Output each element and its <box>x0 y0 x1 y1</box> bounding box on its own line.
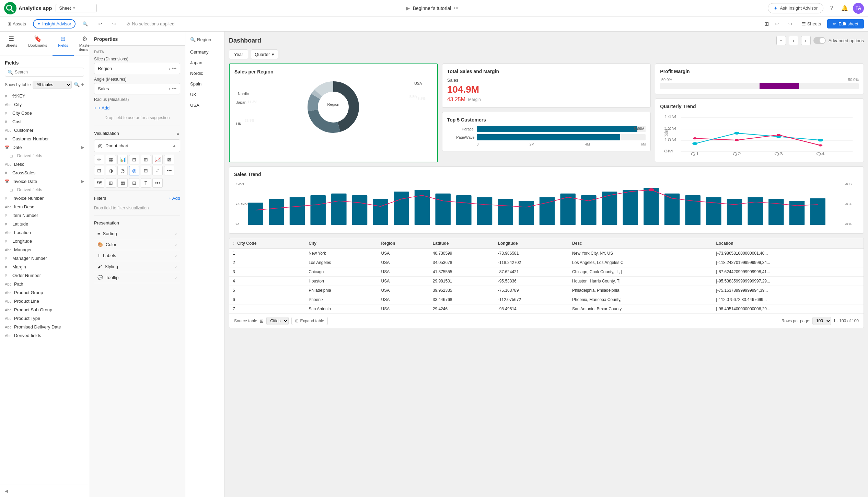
advanced-options-switch[interactable] <box>813 37 826 44</box>
viz-histogram-icon[interactable]: ▦ <box>117 178 128 188</box>
field-customer-number[interactable]: #Customer Number <box>0 135 89 143</box>
field-city-code[interactable]: #City Code <box>0 109 89 117</box>
field-invoice-number[interactable]: #Invoice Number <box>0 194 89 203</box>
field-item-desc[interactable]: AbcItem Desc <box>0 203 89 211</box>
viz-more-icon[interactable]: ••• <box>164 166 174 175</box>
field-manager-number[interactable]: #Manager Number <box>0 254 89 263</box>
field-invoice-date-derived[interactable]: ▢Derived fields <box>0 186 89 194</box>
slice-field-more-icon[interactable]: ••• <box>172 66 176 71</box>
field-product-line[interactable]: AbcProduct Line <box>0 297 89 305</box>
expand-table-btn[interactable]: ⊞ Expand table <box>291 317 328 325</box>
viz-map-icon[interactable]: 🗺 <box>94 178 104 188</box>
field-latitude[interactable]: #Latitude <box>0 220 89 228</box>
insight-advisor-btn[interactable]: ✦ Insight Advisor <box>33 19 76 28</box>
viz-gauge-icon[interactable]: ◑ <box>106 166 116 175</box>
smart-search-btn[interactable]: 🔍 <box>79 20 91 28</box>
table-scroll-container[interactable]: ↕ City Code City Region Latitude Longitu… <box>229 238 864 314</box>
field-longitude[interactable]: #Longitude <box>0 237 89 245</box>
field-cost[interactable]: #Cost <box>0 117 89 126</box>
col-header-longitude[interactable]: Longitude <box>495 238 569 249</box>
field-product-group[interactable]: AbcProduct Group <box>0 288 89 297</box>
viz-pencil-icon[interactable]: ✏ <box>94 155 104 164</box>
viz-pie-icon[interactable]: ◔ <box>117 166 128 175</box>
pres-labels[interactable]: T Labels › <box>94 250 180 261</box>
field-location[interactable]: AbcLocation <box>0 228 89 237</box>
fields-search-input[interactable] <box>5 68 84 77</box>
tutorial-more-icon[interactable]: ••• <box>454 5 459 11</box>
field-margin[interactable]: #Margin <box>0 263 89 271</box>
viz-combo-icon[interactable]: ⊟ <box>129 155 139 164</box>
viz-pivot-icon[interactable]: # <box>152 166 163 175</box>
col-header-city-code[interactable]: ↕ City Code <box>229 238 305 249</box>
region-japan[interactable]: Japan <box>185 57 224 68</box>
field-item-number[interactable]: #Item Number <box>0 211 89 220</box>
viz-collapse-icon[interactable]: ▲ <box>176 131 180 136</box>
sheets-tab[interactable]: ☰ Sheets <box>0 32 23 56</box>
bookmarks-tab[interactable]: 🔖 Bookmarks <box>23 32 53 56</box>
viz-text-icon[interactable]: T <box>141 178 151 188</box>
col-header-latitude[interactable]: Latitude <box>429 238 495 249</box>
source-table-select[interactable]: Cities <box>266 317 289 325</box>
viz-table-icon[interactable]: ⊟ <box>141 166 151 175</box>
edit-sheet-btn[interactable]: ✏ Edit sheet <box>827 19 864 28</box>
next-chart-btn[interactable]: › <box>801 36 811 45</box>
viz-treemap-icon[interactable]: ⊞ <box>106 178 116 188</box>
field-customer[interactable]: AbcCustomer <box>0 126 89 135</box>
field-product-sub-group[interactable]: AbcProduct Sub Group <box>0 305 89 314</box>
sheet-selector[interactable]: Sheet ▾ <box>56 4 97 12</box>
viz-scatter-icon[interactable]: ⊞ <box>141 155 151 164</box>
user-avatar[interactable]: TA <box>853 3 864 14</box>
add-chart-btn[interactable]: + <box>776 36 786 45</box>
field-order-number[interactable]: #Order Number <box>0 271 89 280</box>
field-date-derived[interactable]: ▢Derived fields <box>0 152 89 160</box>
field-product-type[interactable]: AbcProduct Type <box>0 314 89 323</box>
viz-extra-more-icon[interactable]: ••• <box>152 178 163 188</box>
help-icon[interactable]: ? <box>827 3 836 13</box>
viz-bar-chart-icon[interactable]: ▦ <box>106 155 116 164</box>
field-promised-delivery-date[interactable]: AbcPromised Delivery Date <box>0 323 89 331</box>
col-header-city[interactable]: City <box>305 238 378 249</box>
field-path[interactable]: AbcPath <box>0 280 89 288</box>
prev-chart-btn[interactable]: ‹ <box>789 36 798 45</box>
pres-sorting[interactable]: ≡ Sorting › <box>94 228 180 239</box>
region-usa[interactable]: USA <box>185 100 224 111</box>
rows-per-page-select[interactable]: 100 50 25 <box>812 317 831 325</box>
col-header-location[interactable]: Location <box>713 238 864 249</box>
filters-add-btn[interactable]: + Add <box>169 196 180 201</box>
redo-btn[interactable]: ↪ <box>109 20 119 28</box>
field-manager[interactable]: AbcManager <box>0 245 89 254</box>
col-header-region[interactable]: Region <box>378 238 429 249</box>
angle-field-row[interactable]: Sales › ••• <box>94 83 180 94</box>
undo-btn[interactable]: ↩ <box>95 20 105 28</box>
angle-field-expand-icon[interactable]: › <box>169 86 170 91</box>
radius-add-btn[interactable]: + + Add <box>94 103 180 113</box>
viz-kpi-icon[interactable]: ⊡ <box>94 166 104 175</box>
ask-insight-btn[interactable]: ✦ Ask Insight Advisor <box>768 3 823 13</box>
show-by-table-select[interactable]: All tables <box>33 81 71 89</box>
field-key[interactable]: #%KEY <box>0 92 89 100</box>
master-items-tab[interactable]: ⚙ Master items <box>74 32 89 56</box>
pres-tooltip[interactable]: 💬 Tooltip › <box>94 272 180 283</box>
viz-waterfall-icon[interactable]: ⊠ <box>164 155 174 164</box>
viz-line-chart-icon[interactable]: 📊 <box>117 155 128 164</box>
region-spain[interactable]: Spain <box>185 79 224 89</box>
field-desc[interactable]: AbcDesc <box>0 160 89 169</box>
pres-styling[interactable]: 🖌 Styling › <box>94 261 180 272</box>
slice-field-expand-icon[interactable]: › <box>169 66 170 71</box>
viz-type-row[interactable]: ◎ Donut chart ▲ <box>94 139 180 152</box>
field-invoice-date[interactable]: 📅Invoice Date▶ <box>0 177 89 186</box>
viz-donut-icon[interactable]: ◎ <box>129 166 139 175</box>
pres-color[interactable]: 🎨 Color › <box>94 239 180 250</box>
fields-tab[interactable]: ⊞ Fields <box>53 32 73 56</box>
slice-field-row[interactable]: Region › ••• <box>94 63 180 74</box>
viz-type-collapse-icon[interactable]: ▲ <box>172 143 176 148</box>
col-header-desc[interactable]: Desc <box>569 238 713 249</box>
undo2-btn[interactable]: ↩ <box>772 20 782 28</box>
add-field-icon[interactable]: + <box>81 82 84 88</box>
field-city[interactable]: AbcCity <box>0 100 89 109</box>
search-fields-icon[interactable]: 🔍 <box>74 82 80 88</box>
field-grosssales[interactable]: #GrossSales <box>0 169 89 177</box>
region-uk[interactable]: UK <box>185 89 224 100</box>
region-nordic[interactable]: Nordic <box>185 68 224 79</box>
viz-area-icon[interactable]: 📈 <box>152 155 163 164</box>
